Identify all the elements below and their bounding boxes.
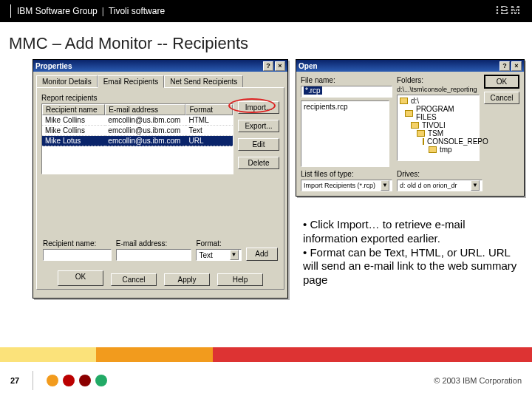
email-label: E-mail address: — [116, 239, 192, 248]
open-cancel-button[interactable]: Cancel — [484, 92, 519, 104]
topbar-group: IBM Software Group — [17, 6, 98, 16]
tab-monitor-details[interactable]: Monitor Details — [36, 75, 98, 88]
format-select[interactable]: Text ▼ — [196, 249, 241, 261]
copyright: © 2003 IBM Corporation — [434, 376, 522, 385]
file-list[interactable]: recipients.rcp — [301, 100, 389, 167]
help-icon[interactable]: ? — [499, 61, 510, 71]
apply-button[interactable]: Apply — [164, 273, 210, 286]
ibm-logo: IBM — [496, 4, 522, 18]
folders-label: Folders: — [397, 76, 482, 84]
recipients-grid[interactable]: Recipient name E-mail address Format Mik… — [41, 103, 233, 174]
folders-path: d:\...\tsm\console_reporting — [397, 86, 482, 93]
properties-title: Properties — [35, 62, 72, 70]
folder-icon — [400, 98, 408, 104]
email-recipients-panel: Report recipients Recipient name E-mail … — [36, 87, 284, 290]
type-label: List files of type: — [301, 170, 392, 178]
footer: 27 © 2003 IBM Corporation — [0, 347, 532, 399]
list-item[interactable]: tmp — [399, 146, 477, 154]
table-row[interactable]: Mike Collins emcollin@us.ibm.com Text — [42, 126, 233, 136]
footer-divider — [33, 371, 33, 390]
chevron-down-icon[interactable]: ▼ — [230, 250, 239, 260]
ok-button[interactable]: OK — [58, 270, 103, 286]
open-dialog: Open ? × File name: *.rcp recipients.rcp… — [296, 59, 525, 197]
drives-label: Drives: — [397, 170, 482, 178]
table-row[interactable]: Mike Collins emcollin@us.ibm.com HTML — [42, 115, 233, 126]
note-item: • Click Import… to retrieve e-mail infor… — [303, 218, 517, 246]
export-button[interactable]: Export... — [238, 120, 279, 132]
drives-select[interactable]: d: old d on orion_dr ▼ — [397, 180, 482, 191]
folder-icon — [405, 110, 413, 117]
open-title: Open — [299, 62, 318, 70]
list-item[interactable]: PROGRAM FILES — [399, 105, 477, 121]
dot-icon — [95, 375, 107, 386]
table-row-selected[interactable]: Mike Lotus emcollin@us.ibm.com URL — [42, 136, 233, 146]
list-item[interactable]: d:\ — [399, 97, 477, 105]
folder-list[interactable]: d:\ PROGRAM FILES TIVOLI TSM CONSOLE_REP… — [397, 95, 480, 161]
close-icon[interactable]: × — [275, 61, 285, 71]
folder-icon — [411, 122, 419, 129]
cancel-button[interactable]: Cancel — [111, 273, 157, 286]
help-icon[interactable]: ? — [263, 61, 273, 71]
dot-icon — [47, 375, 58, 386]
note-item: • Format can be Text, HTML, or URL. URL … — [303, 246, 517, 287]
import-button[interactable]: Import... — [238, 101, 279, 114]
list-item[interactable]: CONSOLE_REPO — [399, 137, 477, 146]
dot-icon — [79, 375, 91, 386]
folder-icon — [423, 138, 424, 145]
type-select[interactable]: Import Recipients (*.rcp) ▼ — [301, 180, 392, 191]
list-item[interactable]: recipients.rcp — [303, 103, 387, 111]
folder-icon — [429, 146, 437, 153]
close-icon[interactable]: × — [511, 61, 522, 71]
tab-netsend-recipients[interactable]: Net Send Recipients — [164, 75, 243, 88]
list-item[interactable]: TSM — [399, 129, 477, 137]
add-button[interactable]: Add — [246, 248, 278, 261]
open-ok-button[interactable]: OK — [484, 75, 519, 89]
chevron-down-icon[interactable]: ▼ — [381, 180, 389, 191]
list-item[interactable]: TIVOLI — [399, 121, 477, 129]
tab-email-recipients[interactable]: Email Recipients — [98, 75, 164, 88]
delete-button[interactable]: Delete — [238, 157, 279, 169]
filename-input[interactable]: *.rcp — [301, 86, 392, 98]
format-label: Format: — [196, 239, 241, 248]
topbar-divider — [10, 4, 11, 18]
properties-window: Properties ? × Monitor Details Email Rec… — [33, 59, 288, 299]
side-buttons: Import... Export... Edit Delete — [238, 101, 279, 169]
tabs: Monitor Details Email Recipients Net Sen… — [33, 72, 287, 87]
properties-titlebar[interactable]: Properties ? × — [33, 60, 287, 72]
email-input[interactable] — [116, 249, 192, 261]
notes: • Click Import… to retrieve e-mail infor… — [303, 218, 517, 287]
page-number: 27 — [10, 376, 19, 385]
topbar-product: Tivoli software — [109, 6, 165, 16]
chevron-down-icon[interactable]: ▼ — [471, 180, 480, 191]
page-title: MMC – Add Monitor -- Recipients — [0, 22, 532, 59]
topbar-sep: | — [102, 6, 104, 16]
name-label: Recipient name: — [43, 239, 112, 248]
filename-label: File name: — [301, 76, 392, 84]
edit-button[interactable]: Edit — [238, 138, 279, 151]
recipient-name-input[interactable] — [43, 249, 112, 261]
col-email[interactable]: E-mail address — [105, 104, 185, 115]
col-recipient-name[interactable]: Recipient name — [42, 104, 105, 115]
footer-colorbar — [0, 347, 532, 362]
footer-icons — [47, 375, 107, 386]
folder-icon — [417, 130, 425, 137]
top-bar: IBM Software Group | Tivoli software IBM — [0, 0, 532, 22]
open-titlebar[interactable]: Open ? × — [296, 60, 524, 72]
col-format[interactable]: Format — [185, 104, 233, 115]
dot-icon — [63, 375, 75, 386]
help-button[interactable]: Help — [217, 273, 263, 286]
